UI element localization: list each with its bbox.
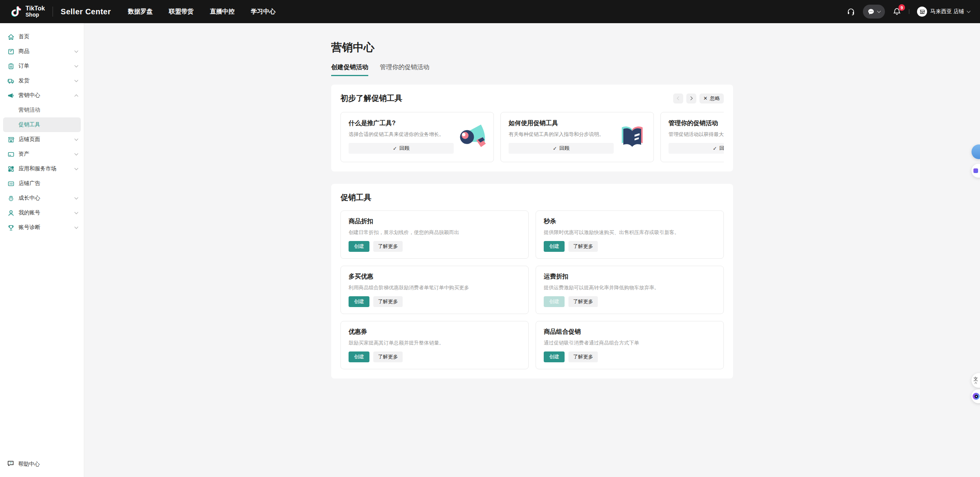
sidebar-item-home[interactable]: 首页: [0, 29, 84, 44]
create-button[interactable]: 创建: [544, 241, 565, 252]
megaphone-illustration: [456, 121, 489, 154]
chevron-down-icon: [75, 152, 78, 156]
chevron-down-icon: [75, 196, 78, 200]
svg-text:AD: AD: [9, 182, 13, 185]
nav-item-data-compass[interactable]: 数据罗盘: [128, 8, 153, 16]
create-button[interactable]: 创建: [349, 296, 369, 307]
brand-line2: Shop: [26, 12, 45, 18]
help-center-button[interactable]: ? 帮助中心: [0, 460, 84, 477]
notifications-button[interactable]: 9: [893, 7, 901, 16]
review-button[interactable]: ✓ 回顾: [509, 143, 614, 154]
chevron-down-icon: [967, 9, 971, 13]
sidebar-item-account-diagnosis[interactable]: 账号诊断: [0, 220, 84, 235]
sidebar-subitem-marketing-campaigns[interactable]: 营销活动: [0, 103, 84, 117]
learn-more-button[interactable]: 了解更多: [568, 296, 598, 307]
sidebar-item-label: 资产: [19, 151, 29, 158]
learn-more-button[interactable]: 了解更多: [568, 241, 598, 252]
create-button[interactable]: 创建: [544, 351, 565, 362]
topbar-divider: [53, 7, 53, 17]
nav-item-affiliate[interactable]: 联盟带货: [169, 8, 194, 16]
tool-title: 运费折扣: [544, 273, 716, 281]
tool-card-buy-more-save-more: 多买优惠 利用商品组合阶梯优惠鼓励消费者单笔订单中购买更多 创建 了解更多: [340, 266, 529, 314]
sidebar-item-products[interactable]: 商品: [0, 44, 84, 59]
translate-icon: 文 A: [973, 377, 978, 385]
onboarding-panel: 初步了解促销工具 ✕ 忽略 什么是推广工具? 选择合适的促销工具来促进你的业务增…: [331, 85, 733, 171]
sidebar-item-label: 店铺页面: [19, 136, 40, 143]
page-title: 营销中心: [331, 40, 733, 55]
onboarding-title: 初步了解促销工具: [340, 93, 402, 104]
sidebar: 首页 商品 订单 发货 营销中心 营销活动 促销工具 店铺页面: [0, 23, 84, 477]
chevron-left-icon: [677, 97, 681, 100]
learn-more-button[interactable]: 了解更多: [373, 351, 403, 362]
tools-title: 促销工具: [340, 192, 724, 203]
user-icon: [7, 209, 15, 217]
onboarding-card-how-to-use: 如何使用促销工具 有关每种促销工具的深入指导和分步说明。 ✓ 回顾: [500, 112, 654, 162]
svg-text:?: ?: [10, 461, 12, 465]
carousel-controls: ✕ 忽略: [673, 93, 724, 104]
chevron-down-icon: [75, 210, 78, 214]
review-button[interactable]: ✓ 回顾: [669, 143, 724, 154]
create-button-disabled: 创建: [544, 296, 565, 307]
onboarding-card-what-are-promo-tools: 什么是推广工具? 选择合适的促销工具来促进你的业务增长。 ✓ 回顾: [340, 112, 494, 162]
account-switcher[interactable]: 马来西亚 店铺: [917, 7, 970, 17]
nav-item-live-center[interactable]: 直播中控: [210, 8, 235, 16]
brand-text: TikTok Shop: [26, 5, 45, 17]
tool-card-flash-sale: 秒杀 提供限时优惠可以激励快速购买、出售积压库存或吸引新客。 创建 了解更多: [536, 210, 724, 259]
ai-ring-icon: [973, 393, 980, 400]
sidebar-item-orders[interactable]: 订单: [0, 59, 84, 73]
chevron-down-icon: [75, 225, 78, 229]
support-headset-icon[interactable]: [847, 7, 855, 16]
sidebar-item-my-account[interactable]: 我的账号: [0, 205, 84, 220]
sidebar-subitem-promotion-tools[interactable]: 促销工具: [3, 117, 81, 132]
dismiss-button[interactable]: ✕ 忽略: [699, 93, 724, 104]
tools-grid: 商品折扣 创建日常折扣，展示划线价，使您的商品脱颖而出 创建 了解更多 秒杀 提…: [340, 210, 724, 369]
sidebar-item-assets[interactable]: 资产: [0, 147, 84, 161]
sidebar-item-growth-center[interactable]: 成长中心: [0, 191, 84, 205]
learn-more-button[interactable]: 了解更多: [373, 296, 403, 307]
tool-desc: 鼓励买家提高其订单总额并提升整体销量。: [349, 340, 521, 346]
create-button[interactable]: 创建: [349, 241, 369, 252]
product-title: Seller Center: [61, 7, 111, 16]
sidebar-item-shop-ads[interactable]: AD 店铺广告: [0, 176, 84, 191]
tiktok-shop-logo[interactable]: TikTok Shop: [10, 5, 45, 19]
help-bubble-icon: ?: [7, 460, 14, 469]
tab-manage-promotions[interactable]: 管理你的促销活动: [380, 63, 429, 76]
tool-card-product-discount: 商品折扣 创建日常折扣，展示划线价，使您的商品脱颖而出 创建 了解更多: [340, 210, 529, 259]
topbar-nav: 数据罗盘 联盟带货 直播中控 学习中心: [128, 8, 276, 16]
learn-more-button[interactable]: 了解更多: [568, 351, 598, 362]
create-button[interactable]: 创建: [349, 351, 369, 362]
help-center-label: 帮助中心: [18, 461, 40, 468]
sidebar-item-label: 发货: [19, 77, 29, 84]
sidebar-item-label: 成长中心: [19, 195, 40, 202]
sidebar-item-label: 我的账号: [19, 209, 40, 216]
chevron-right-icon: [689, 97, 693, 100]
storefront-icon: [919, 9, 925, 15]
nav-item-learning-center[interactable]: 学习中心: [251, 8, 276, 16]
card-title: 管理你的促销活动: [669, 119, 724, 127]
carousel-prev-button[interactable]: [673, 93, 683, 104]
learn-more-button[interactable]: 了解更多: [373, 241, 403, 252]
card-desc: 选择合适的促销工具来促进你的业务增长。: [349, 131, 456, 138]
sidebar-item-marketing-center[interactable]: 营销中心: [0, 88, 84, 103]
tab-create-promotions[interactable]: 创建促销活动: [331, 63, 368, 76]
tab-bar: 创建促销活动 管理你的促销活动: [331, 63, 733, 76]
sidebar-item-shipping[interactable]: 发货: [0, 73, 84, 88]
sidebar-item-label: 订单: [19, 63, 29, 70]
tool-title: 多买优惠: [349, 273, 521, 281]
sidebar-item-app-service-market[interactable]: 应用和服务市场: [0, 161, 84, 176]
book-illustration: [616, 121, 649, 154]
check-icon: ✓: [713, 146, 717, 151]
assistant-icon: [973, 168, 978, 173]
storefront-icon: [7, 136, 15, 143]
tool-title: 商品组合促销: [544, 328, 716, 336]
tool-desc: 利用商品组合阶梯优惠鼓励消费者单笔订单中购买更多: [349, 284, 521, 291]
review-button[interactable]: ✓ 回顾: [349, 143, 454, 154]
messages-button[interactable]: [863, 5, 885, 19]
topbar-divider-small: [909, 9, 909, 14]
review-label: 回顾: [559, 145, 569, 152]
sidebar-item-shop-pages[interactable]: 店铺页面: [0, 132, 84, 147]
tool-card-bundle-promotion: 商品组合促销 通过促销吸引消费者通过商品组合方式下单 创建 了解更多: [536, 321, 724, 369]
brand-line1: TikTok: [26, 5, 45, 12]
product-box-icon: [7, 48, 15, 55]
carousel-next-button[interactable]: [686, 93, 696, 104]
